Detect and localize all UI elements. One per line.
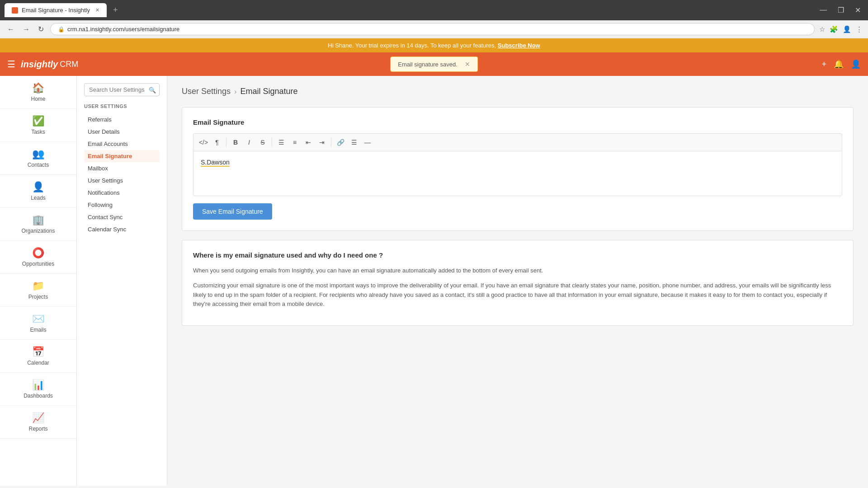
info-paragraph-2: Customizing your email signature is one … [193, 281, 842, 309]
trial-text: Hi Shane. Your trial expires in 14 days.… [328, 42, 496, 49]
sidebar-item-leads[interactable]: 👤 Leads [0, 175, 76, 208]
search-input[interactable] [84, 83, 160, 96]
extension-icon[interactable]: 🧩 [830, 25, 838, 33]
emails-icon: ✉️ [32, 313, 44, 325]
sidebar-label-leads: Leads [31, 195, 46, 201]
info-paragraph-1: When you send outgoing emails from Insig… [193, 266, 842, 276]
save-notification: Email signature saved. ✕ [390, 56, 478, 72]
toolbar-indent-right-button[interactable]: ⇥ [316, 136, 328, 148]
forward-button[interactable]: → [21, 23, 32, 35]
settings-section-label: USER SETTINGS [84, 103, 160, 109]
sidebar-item-organizations[interactable]: 🏢 Organizations [0, 208, 76, 241]
opportunities-icon: ⭕ [32, 247, 44, 259]
toolbar-unordered-list-button[interactable]: ☰ [275, 136, 288, 148]
reports-icon: 📈 [32, 412, 44, 424]
sidebar-item-tasks[interactable]: ✅ Tasks [0, 109, 76, 142]
toolbar-ordered-list-button[interactable]: ≡ [288, 136, 301, 148]
bookmark-icon[interactable]: ☆ [819, 25, 825, 33]
home-icon: 🏠 [32, 82, 44, 94]
toolbar-separator-3 [331, 137, 331, 147]
sidebar-item-dashboards[interactable]: 📊 Dashboards [0, 373, 76, 406]
card-title: Email Signature [193, 118, 842, 126]
tab-close-button[interactable]: ✕ [95, 7, 99, 13]
crm-label: CRM [60, 60, 78, 69]
sidebar-label-opportunities: Opportunities [22, 261, 54, 267]
settings-item-following[interactable]: Following [84, 199, 160, 211]
projects-icon: 📁 [32, 280, 44, 292]
user-avatar[interactable]: 👤 [851, 59, 861, 69]
save-email-signature-button[interactable]: Save Email Signature [193, 203, 272, 220]
editor-area[interactable]: S.Dawson [193, 151, 842, 196]
notification-close-button[interactable]: ✕ [465, 61, 470, 68]
toolbar-strikethrough-button[interactable]: S [256, 136, 269, 148]
notification-text: Email signature saved. [398, 61, 458, 68]
add-icon[interactable]: + [821, 60, 826, 69]
sidebar-item-emails[interactable]: ✉️ Emails [0, 307, 76, 340]
sidebar-item-home[interactable]: 🏠 Home [0, 76, 76, 109]
window-controls: — ❐ ✕ [817, 5, 863, 15]
info-card-title: Where is my email signature used and why… [193, 251, 842, 259]
bell-icon[interactable]: 🔔 [834, 59, 844, 69]
back-button[interactable]: ← [5, 23, 16, 35]
toolbar-separator-2 [272, 137, 272, 147]
close-window-button[interactable]: ✕ [852, 5, 863, 15]
toolbar-indent-left-button[interactable]: ⇤ [302, 136, 315, 148]
settings-item-referrals[interactable]: Referrals [84, 113, 160, 126]
toolbar-code-button[interactable]: </> [197, 136, 210, 148]
sidebar-item-contacts[interactable]: 👥 Contacts [0, 142, 76, 175]
toolbar-align-button[interactable]: ☰ [348, 136, 360, 148]
toolbar-hr-button[interactable]: — [361, 136, 374, 148]
editor-toolbar: </> ¶ B I S ☰ ≡ ⇤ ⇥ 🔗 ☰ — [193, 133, 842, 151]
sidebar-label-home: Home [31, 96, 45, 102]
sidebar-label-tasks: Tasks [31, 129, 45, 135]
settings-item-user-settings[interactable]: User Settings [84, 174, 160, 187]
organizations-icon: 🏢 [32, 214, 44, 226]
minimize-button[interactable]: — [817, 5, 830, 15]
toolbar-link-button[interactable]: 🔗 [334, 136, 347, 148]
sidebar-item-projects[interactable]: 📁 Projects [0, 274, 76, 307]
settings-item-email-signature[interactable]: Email Signature [84, 150, 160, 162]
signature-content[interactable]: S.Dawson [201, 159, 230, 167]
browser-chrome: Email Signature - Insightly ✕ + — ❐ ✕ [0, 0, 868, 20]
url-text: crm.na1.insightly.com/users/emailsignatu… [67, 26, 179, 33]
breadcrumb: User Settings › Email Signature [182, 87, 854, 96]
browser-tab[interactable]: Email Signature - Insightly ✕ [5, 3, 107, 17]
subscribe-link[interactable]: Subscribe Now [498, 42, 540, 49]
toolbar-paragraph-button[interactable]: ¶ [211, 136, 223, 148]
app-logo: insightly [21, 59, 58, 70]
sidebar-item-reports[interactable]: 📈 Reports [0, 406, 76, 439]
sidebar-item-calendar[interactable]: 📅 Calendar [0, 340, 76, 373]
dashboards-icon: 📊 [32, 379, 44, 391]
info-card: Where is my email signature used and why… [182, 240, 854, 326]
toolbar-separator-1 [226, 137, 226, 147]
settings-item-email-accounts[interactable]: Email Accounts [84, 138, 160, 150]
reload-button[interactable]: ↻ [36, 23, 46, 35]
profile-icon[interactable]: 👤 [843, 25, 851, 33]
sidebar: 🏠 Home ✅ Tasks 👥 Contacts 👤 Leads 🏢 Orga… [0, 76, 77, 486]
url-bar[interactable]: 🔒 crm.na1.insightly.com/users/emailsigna… [50, 23, 815, 35]
sidebar-label-contacts: Contacts [28, 162, 49, 168]
toolbar-bold-button[interactable]: B [229, 136, 242, 148]
settings-item-notifications[interactable]: Notifications [84, 187, 160, 199]
settings-item-calendar-sync[interactable]: Calendar Sync [84, 223, 160, 235]
main-layout: 🏠 Home ✅ Tasks 👥 Contacts 👤 Leads 🏢 Orga… [0, 76, 868, 486]
app-header: ☰ insightly CRM Email signature saved. ✕… [0, 52, 868, 76]
settings-item-user-details[interactable]: User Details [84, 126, 160, 138]
leads-icon: 👤 [32, 181, 44, 193]
tasks-icon: ✅ [32, 115, 44, 127]
breadcrumb-parent[interactable]: User Settings [182, 87, 231, 96]
menu-icon[interactable]: ⋮ [856, 25, 863, 33]
toolbar-italic-button[interactable]: I [243, 136, 255, 148]
new-tab-button[interactable]: + [110, 5, 121, 15]
contacts-icon: 👥 [32, 148, 44, 160]
hamburger-menu-icon[interactable]: ☰ [7, 59, 15, 70]
settings-item-contact-sync[interactable]: Contact Sync [84, 211, 160, 223]
address-bar: ← → ↻ 🔒 crm.na1.insightly.com/users/emai… [0, 20, 868, 38]
sidebar-label-reports: Reports [28, 426, 47, 432]
calendar-icon: 📅 [32, 346, 44, 358]
breadcrumb-current: Email Signature [240, 87, 297, 96]
restore-button[interactable]: ❐ [835, 5, 847, 15]
settings-item-mailbox[interactable]: Mailbox [84, 162, 160, 174]
tab-title: Email Signature - Insightly [22, 7, 90, 14]
sidebar-item-opportunities[interactable]: ⭕ Opportunities [0, 241, 76, 274]
